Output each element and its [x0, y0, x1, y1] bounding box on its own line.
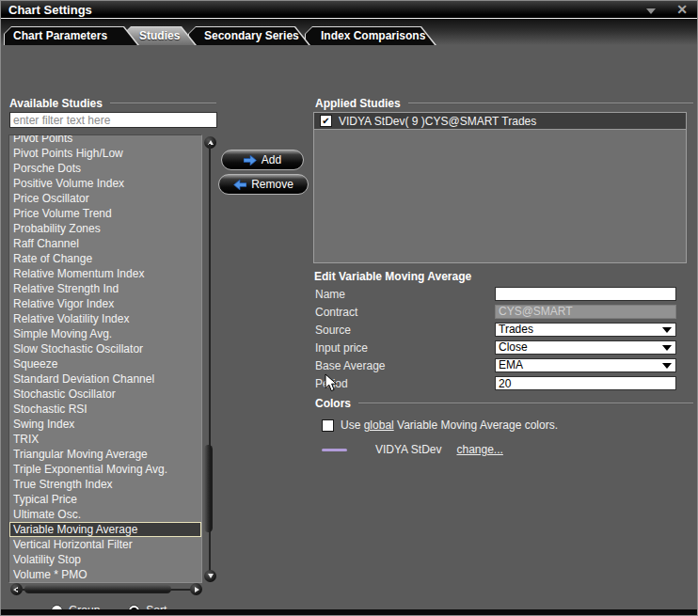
study-list-item[interactable]: Simple Moving Avg.: [9, 326, 201, 341]
study-list-item[interactable]: Standard Deviation Channel: [9, 371, 201, 387]
study-list-item[interactable]: Price Oscillator: [9, 191, 201, 206]
study-color-row: VIDYA StDev change...: [322, 443, 503, 456]
field-row-source: SourceTrades: [313, 321, 676, 339]
study-list-item[interactable]: Relative Volatility Index: [9, 311, 201, 326]
field-label: Name: [313, 288, 345, 301]
study-list-item[interactable]: Stochastic Oscillator: [9, 387, 201, 402]
study-filter-input[interactable]: [9, 112, 217, 128]
study-list-item[interactable]: Variable Moving Average: [9, 522, 201, 537]
study-list-item[interactable]: Squeeze: [9, 356, 201, 371]
edit-fields: NameContractCYS@SMARTSourceTradesInput p…: [313, 285, 676, 392]
study-list-item[interactable]: Relative Momentum Index: [9, 266, 201, 281]
vertical-scrollbar: [202, 136, 218, 582]
tab-label: Chart Parameters: [13, 26, 107, 45]
contract-field: CYS@SMART: [495, 305, 676, 319]
collapse-icon[interactable]: [646, 8, 656, 14]
change-color-link[interactable]: change...: [456, 443, 502, 456]
header-rule: [408, 103, 693, 104]
study-list-item[interactable]: Triple Exponential Moving Avg.: [9, 462, 201, 477]
field-label: Contract: [313, 306, 357, 319]
selected-value: Trades: [499, 323, 533, 336]
available-studies-title: Available Studies: [9, 97, 103, 110]
study-list-item[interactable]: Typical Price: [9, 492, 201, 507]
study-list-item[interactable]: Ultimate Osc.: [9, 507, 201, 522]
base-average-dropdown[interactable]: EMA: [495, 358, 676, 372]
remove-button[interactable]: Remove: [218, 174, 309, 195]
scrollbar-thumb[interactable]: [204, 445, 213, 532]
chart-settings-dialog: Chart Settings ✕ Chart ParametersStudies…: [0, 0, 698, 616]
field-label: Input price: [313, 341, 368, 355]
add-button[interactable]: Add: [221, 150, 304, 170]
study-list-item[interactable]: Rate of Change: [9, 251, 201, 266]
study-list-item[interactable]: Pivot Points: [9, 134, 201, 146]
study-list-item[interactable]: Porsche Dots: [9, 161, 201, 176]
window-title: Chart Settings: [8, 3, 92, 17]
study-list-item[interactable]: TRIX: [9, 432, 201, 447]
study-list-item[interactable]: Relative Strength Ind: [9, 281, 201, 296]
global-link[interactable]: global: [364, 419, 394, 432]
colors-title: Colors: [315, 397, 351, 410]
input-price-dropdown[interactable]: Close: [495, 340, 676, 355]
study-list-item[interactable]: Vertical Horizontal Filter: [9, 537, 201, 552]
tab-label: Studies: [139, 26, 180, 45]
dropdown-arrow-icon: [662, 363, 672, 369]
field-row-period: Period: [313, 374, 676, 392]
field-row-base-average: Base AverageEMA: [313, 356, 676, 374]
line-color-swatch: [322, 449, 347, 451]
edit-section-title: Edit Variable Moving Average: [314, 270, 471, 283]
study-list-item[interactable]: Price Volume Trend: [9, 206, 201, 221]
study-list-item[interactable]: True Strength Index: [9, 477, 201, 492]
tab-secondary-series[interactable]: Secondary Series: [188, 26, 310, 45]
header-rule: [358, 403, 693, 404]
dropdown-arrow-icon: [662, 327, 672, 333]
study-list-item[interactable]: Pivot Points High/Low: [9, 146, 201, 161]
title-bar: Chart Settings ✕: [1, 1, 697, 19]
study-list-item[interactable]: Swing Index: [9, 417, 201, 432]
swatch-label: VIDYA StDev: [375, 443, 441, 456]
tab-chart-parameters[interactable]: Chart Parameters: [4, 26, 139, 45]
scroll-down-button[interactable]: [204, 570, 216, 582]
tab-label: Index Comparisons: [321, 26, 425, 45]
close-icon[interactable]: ✕: [676, 2, 688, 17]
available-studies-list: Pivot PointsPivot Points High/LowPorsche…: [8, 134, 202, 583]
period-input[interactable]: [495, 376, 676, 390]
study-list-item[interactable]: Slow Stochastic Oscillator: [9, 341, 201, 356]
name-input[interactable]: [495, 287, 676, 301]
study-list-item[interactable]: Volume * PMO: [9, 567, 201, 582]
arrow-left-icon: [233, 180, 246, 190]
study-enabled-checkbox[interactable]: ✔: [320, 115, 332, 127]
selected-value: Close: [499, 340, 528, 354]
field-label: Period: [313, 377, 348, 390]
applied-studies-title: Applied Studies: [315, 97, 401, 110]
applied-study-row[interactable]: ✔VIDYA StDev( 9 )CYS@SMART Trades: [314, 113, 686, 130]
tab-label: Secondary Series: [204, 26, 299, 45]
use-global-colors-checkbox[interactable]: [322, 419, 334, 432]
study-list-item[interactable]: Stochastic RSI: [9, 402, 201, 417]
study-list-item[interactable]: Raff Channel: [9, 236, 201, 251]
tab-index-comparisons[interactable]: Index Comparisons: [305, 26, 436, 45]
label-text: Use: [341, 419, 364, 432]
arrow-right-icon: [244, 155, 257, 166]
dialog-content: Available Studies Pivot PointsPivot Poin…: [1, 45, 697, 609]
field-label: Source: [313, 324, 351, 337]
field-row-name: Name: [313, 285, 676, 303]
study-list-item[interactable]: Relative Vigor Index: [9, 296, 201, 311]
study-list-item[interactable]: Volatility Stop: [9, 552, 201, 567]
applied-studies-list: ✔VIDYA StDev( 9 )CYS@SMART Trades: [313, 112, 687, 263]
tab-strip: Chart ParametersStudiesSecondary SeriesI…: [1, 19, 697, 45]
use-global-colors-label: Use global Variable Moving Average color…: [341, 419, 558, 432]
applied-study-label: VIDYA StDev( 9 )CYS@SMART Trades: [339, 115, 536, 128]
study-list-item[interactable]: Positive Volume Index: [9, 176, 201, 191]
study-list-item[interactable]: Probability Zones: [9, 221, 201, 236]
label-text: Variable Moving Average colors.: [394, 419, 558, 432]
selected-value: EMA: [499, 358, 523, 371]
applied-studies-header: Applied Studies: [315, 97, 693, 110]
scrollbar-thumb[interactable]: [24, 585, 171, 593]
use-global-colors-row: Use global Variable Moving Average color…: [322, 419, 558, 432]
scroll-right-button[interactable]: [190, 583, 202, 595]
study-list-item[interactable]: Triangular Moving Average: [9, 447, 201, 462]
arrow-down-icon: [208, 574, 214, 578]
field-row-contract: ContractCYS@SMART: [313, 303, 676, 321]
dialog-bottom-edge: [1, 609, 697, 616]
source-dropdown[interactable]: Trades: [495, 323, 676, 337]
